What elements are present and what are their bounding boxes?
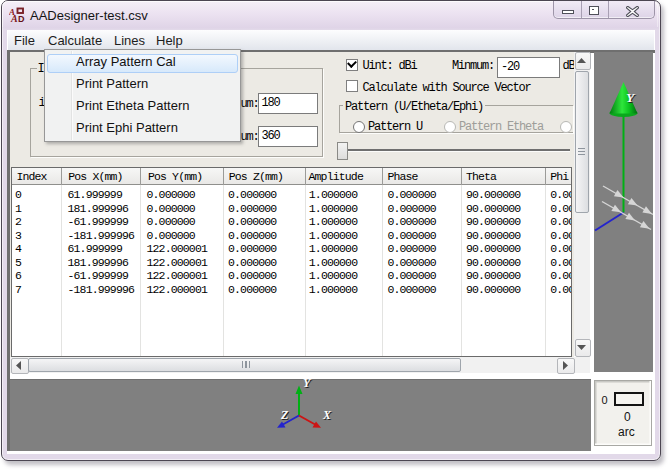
svg-text:D: D [18,14,25,23]
svg-text:A: A [10,13,18,22]
